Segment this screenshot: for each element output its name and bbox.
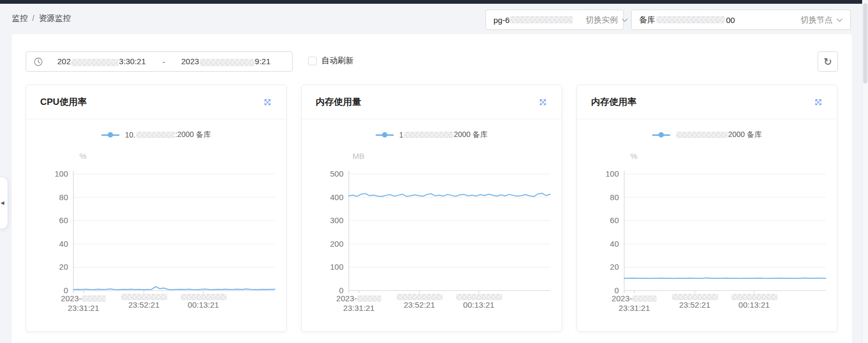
y-tick-label: 20 [610, 262, 619, 271]
x-axis-label: 2023- 23:31:21 [612, 294, 657, 313]
x-label-date-prefix: 2023- [61, 294, 81, 303]
redacted-text [121, 294, 167, 300]
page-header: 监控/资源监控 pg-6 切换实例 备库 00 切换节点 [0, 4, 863, 34]
card-title: CPU使用率 [40, 96, 87, 108]
start-time-suffix: 3:30:21 [119, 57, 146, 66]
top-navigation-bar [0, 0, 863, 4]
y-tick-label: 80 [610, 193, 619, 202]
expand-arrow-glyph: ⤡ [263, 97, 272, 107]
x-label-time: 23:52:21 [403, 300, 435, 309]
memory-usage-rate-card: 内存使用率 ⤢ ⤡ 2000 备库 020406080100% 2023- [577, 85, 837, 332]
x-label-time: 00:13:21 [463, 300, 494, 309]
sidebar-collapse-handle[interactable]: ◀ [0, 177, 8, 229]
redacted-text [672, 294, 718, 300]
auto-refresh-checkbox[interactable] [308, 57, 317, 65]
legend-label: 2000 备库 [676, 130, 762, 140]
y-tick-label: 20 [59, 262, 68, 271]
legend-prefix: 1 [399, 131, 403, 139]
refresh-button[interactable]: ↻ [818, 51, 838, 72]
redacted-text [632, 295, 657, 302]
expand-icon[interactable]: ⤢ ⤡ [538, 97, 548, 107]
x-label-date-prefix: 2023- [612, 294, 632, 303]
switch-instance-action[interactable]: 切换实例 [573, 15, 628, 25]
instance-selector[interactable]: pg-6 切换实例 [485, 10, 624, 30]
y-tick-label: 60 [59, 216, 68, 225]
auto-refresh-control: 自动刷新 [308, 56, 354, 66]
scrollbar-thumb[interactable] [863, 3, 867, 83]
chart-area: 020406080100% 2023- 23:31:21 23:52:21 00… [577, 145, 837, 322]
redacted-text [200, 59, 255, 66]
expand-icon[interactable]: ⤢ ⤡ [263, 97, 272, 107]
end-time-prefix: 2023 [181, 57, 199, 66]
redacted-text [357, 295, 381, 302]
redacted-text [676, 132, 728, 138]
switch-instance-label: 切换实例 [586, 15, 618, 25]
refresh-icon: ↻ [824, 57, 832, 67]
header-selectors: pg-6 切换实例 备库 00 切换节点 [485, 10, 851, 30]
x-label-time: 23:31:21 [619, 303, 650, 312]
redacted-text [396, 294, 443, 300]
redacted-text [731, 294, 777, 300]
switch-node-label: 切换节点 [800, 15, 833, 25]
legend-marker-icon [376, 132, 394, 138]
card-title: 内存使用量 [316, 96, 361, 108]
x-axis-label: 2023- 23:31:21 [61, 294, 106, 313]
y-tick-label: 40 [59, 239, 68, 248]
legend-marker-icon [101, 132, 119, 138]
time-range-separator: - [160, 57, 167, 66]
redacted-text [510, 16, 573, 24]
x-label-time: 00:13:21 [188, 300, 219, 309]
node-value-prefix: 备库 [639, 15, 655, 25]
memory-usage-amount-card: 内存使用量 ⤢ ⤡ 1 2000 备库 0100200300400500MB 2… [301, 85, 562, 332]
expand-arrow-glyph: ⤡ [538, 97, 548, 107]
series-line [624, 278, 826, 278]
x-axis-label: 23:52:21 [121, 294, 167, 310]
x-label-time: 23:52:21 [679, 300, 710, 309]
card-title: 内存使用率 [591, 96, 637, 108]
redacted-text [71, 59, 118, 66]
expand-icon[interactable]: ⤢ ⤡ [813, 97, 823, 107]
instance-value: pg-6 [493, 16, 573, 25]
vertical-scrollbar[interactable] [862, 0, 868, 343]
cpu-usage-card: CPU使用率 ⤢ ⤡ 10. :2000 备库 020406080100% 20… [26, 85, 287, 332]
x-axis-label: 23:52:21 [672, 294, 718, 310]
start-time-prefix: 202 [57, 57, 71, 66]
series-line [73, 287, 275, 290]
memory-usage-rate-line-chart[interactable]: 020406080100% [577, 145, 837, 316]
axis-unit-label: % [79, 151, 86, 161]
cpu-usage-line-chart[interactable]: 020406080100% [26, 145, 286, 316]
y-tick-label: 100 [605, 169, 619, 178]
chart-area: 0100200300400500MB 2023- 23:31:21 23:52:… [302, 145, 562, 322]
card-header: 内存使用量 ⤢ ⤡ [302, 85, 562, 119]
chart-legend[interactable]: 1 2000 备库 [302, 129, 562, 141]
time-range-picker[interactable]: 2023:30:21 - 20239:21 [26, 51, 293, 72]
node-selector[interactable]: 备库 00 切换节点 [631, 10, 851, 30]
breadcrumb-item-monitoring[interactable]: 监控 [12, 13, 28, 22]
y-tick-label: 60 [610, 216, 619, 225]
switch-node-action[interactable]: 切换节点 [788, 15, 843, 25]
breadcrumb: 监控/资源监控 [12, 13, 71, 24]
breadcrumb-separator: / [32, 13, 34, 22]
legend-suffix: 2000 备库 [728, 130, 762, 140]
x-label-time: 23:52:21 [128, 300, 159, 309]
monitoring-panel: 2023:30:21 - 20239:21 自动刷新 ↻ CPU使用率 ⤢ ⤡ [12, 34, 852, 343]
chart-legend[interactable]: 2000 备库 [577, 129, 837, 141]
y-tick-label: 500 [330, 169, 343, 178]
chart-legend[interactable]: 10. :2000 备库 [26, 129, 286, 141]
instance-value-prefix: pg-6 [493, 16, 510, 25]
auto-refresh-label: 自动刷新 [321, 56, 354, 66]
x-axis-label: 00:13:21 [456, 294, 502, 310]
x-axis-label: 00:13:21 [181, 294, 227, 310]
redacted-text [404, 132, 453, 138]
y-tick-label: 80 [59, 193, 68, 202]
memory-usage-amount-line-chart[interactable]: 0100200300400500MB [302, 145, 562, 316]
x-axis-label: 2023- 23:31:21 [336, 294, 381, 313]
x-label-time: 23:31:21 [343, 303, 375, 312]
chart-area: 020406080100% 2023- 23:31:21 23:52:21 00… [26, 145, 286, 322]
clock-icon [34, 57, 43, 66]
redacted-text [81, 295, 106, 302]
card-header: 内存使用率 ⤢ ⤡ [577, 85, 837, 119]
time-range-start: 2023:30:21 [43, 57, 160, 66]
redacted-text [136, 132, 175, 138]
legend-suffix: 2000 备库 [454, 130, 488, 140]
